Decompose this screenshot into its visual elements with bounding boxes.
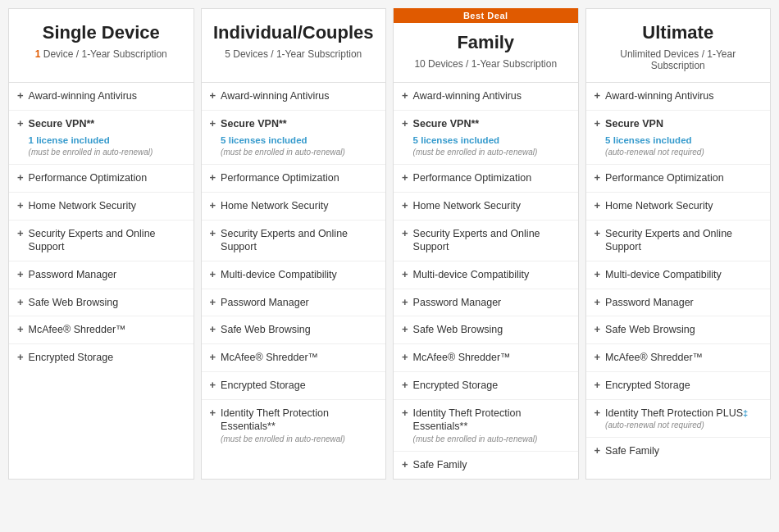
feature-list: + Award-winning Antivirus + Secure VPN**… [9,83,194,371]
feature-text: Encrypted Storage [221,379,377,392]
plus-icon: + [402,117,408,131]
plus-icon: + [402,296,408,310]
feature-text: Secure VPN 5 licenses included (auto-ren… [605,117,762,158]
feature-browsing: + Safe Web Browsing [9,289,194,317]
feature-network: + Home Network Security [586,193,771,221]
plan-subtitle: 10 Devices / 1-Year Subscription [403,58,568,70]
feature-text: Safe Web Browsing [413,323,570,336]
plus-icon: + [17,351,24,365]
feature-storage: + Encrypted Storage [202,372,386,400]
feature-list: + Award-winning Antivirus + Secure VPN**… [202,83,386,451]
feature-text: Encrypted Storage [605,379,762,392]
feature-text: McAfee® Shredder™ [605,351,762,364]
feature-text: Multi-device Compatibility [605,268,762,281]
feature-text: Secure VPN** 5 licenses included (must b… [221,117,377,158]
plus-icon: + [210,351,216,365]
plan-title: Single Device [19,22,184,43]
plan-card-family: Best Deal Family 10 Devices / 1-Year Sub… [393,8,579,480]
feature-shredder: + McAfee® Shredder™ [394,344,578,372]
plan-header: Ultimate Unlimited Devices / 1-Year Subs… [586,9,771,83]
feature-text: Identity Theft Protection Essentials** (… [413,407,570,444]
feature-storage: + Encrypted Storage [586,372,771,400]
feature-multidevice: + Multi-device Compatibility [202,261,386,289]
feature-text: Safe Web Browsing [605,323,762,336]
feature-list: + Award-winning Antivirus + Secure VPN 5… [586,83,771,465]
feature-browsing: + Safe Web Browsing [586,316,771,344]
plan-card-individual-couples: Individual/Couples 5 Devices / 1-Year Su… [201,8,387,480]
feature-text: Password Manager [605,296,762,309]
vpn-license: 5 licenses included (auto-renewal not re… [605,134,704,157]
feature-text: Secure VPN** 1 license included (must be… [29,117,185,158]
plus-icon: + [210,199,216,213]
feature-network: + Home Network Security [202,193,386,221]
feature-text: Award-winning Antivirus [413,89,570,102]
feature-perf: + Performance Optimization [586,165,771,193]
plus-icon: + [210,268,216,282]
plus-icon: + [594,171,601,185]
feature-text: McAfee® Shredder™ [413,351,570,364]
plus-icon: + [594,296,601,310]
plan-card-ultimate: Ultimate Unlimited Devices / 1-Year Subs… [585,8,772,480]
feature-shredder: + McAfee® Shredder™ [9,316,194,344]
feature-text: Multi-device Compatibility [413,268,570,281]
feature-vpn: + Secure VPN** 5 licenses included (must… [394,111,578,166]
feature-text: Multi-device Compatibility [221,268,377,281]
feature-perf: + Performance Optimization [9,165,194,193]
plus-icon: + [17,268,24,282]
plan-header: Individual/Couples 5 Devices / 1-Year Su… [202,9,386,83]
plus-icon: + [594,323,601,337]
feature-text: Security Experts and Online Support [605,227,762,254]
feature-text: Encrypted Storage [413,379,570,392]
feature-text: Security Experts and Online Support [221,227,377,254]
plan-title: Ultimate [596,22,761,43]
plus-icon: + [402,379,408,393]
plan-header: Best Deal Family 10 Devices / 1-Year Sub… [394,9,578,83]
feature-multidevice: + Multi-device Compatibility [586,261,771,289]
feature-text: Home Network Security [413,199,570,212]
feature-text: Performance Optimization [605,171,762,184]
plus-icon: + [17,117,24,131]
feature-identity: + Identity Theft Protection Essentials**… [394,400,578,452]
feature-browsing: + Safe Web Browsing [394,316,578,344]
feature-text: Encrypted Storage [29,351,185,364]
feature-multidevice: + Multi-device Compatibility [394,261,578,289]
feature-perf: + Performance Optimization [394,165,578,193]
plus-icon: + [17,89,24,103]
feature-identity: + Identity Theft Protection Essentials**… [202,400,386,451]
feature-experts: + Security Experts and Online Support [9,221,194,261]
plus-icon: + [594,117,601,131]
plus-icon: + [17,171,24,185]
plus-icon: + [402,407,408,421]
feature-text: Award-winning Antivirus [29,89,185,102]
feature-network: + Home Network Security [394,193,578,221]
best-deal-badge: Best Deal [394,8,578,23]
feature-text: Performance Optimization [413,171,570,184]
vpn-label: Secure VPN** [221,117,287,130]
feature-antivirus: + Award-winning Antivirus [202,83,386,111]
plus-icon: + [594,199,601,213]
plus-icon: + [210,407,216,421]
plus-icon: + [594,89,601,103]
feature-antivirus: + Award-winning Antivirus [586,83,771,111]
feature-text: Safe Family [413,458,570,471]
plus-icon: + [210,117,216,131]
plus-icon: + [17,323,24,337]
vpn-label: Secure VPN [605,117,663,130]
plus-icon: + [594,444,601,458]
feature-antivirus: + Award-winning Antivirus [394,83,578,111]
vpn-license: 5 licenses included (must be enrolled in… [221,134,345,157]
plus-icon: + [17,199,24,213]
plan-subtitle: 1 Device / 1-Year Subscription [19,48,184,60]
feature-text: Password Manager [413,296,570,309]
plan-title: Individual/Couples [212,22,376,43]
plus-icon: + [594,351,601,365]
feature-password: + Password Manager [9,261,194,289]
feature-browsing: + Safe Web Browsing [202,316,386,344]
plus-icon: + [594,407,601,421]
plus-icon: + [402,323,408,337]
feature-vpn: + Secure VPN** 1 license included (must … [9,111,194,166]
feature-text: Security Experts and Online Support [413,227,570,254]
feature-network: + Home Network Security [9,193,194,221]
vpn-license: 1 license included (must be enrolled in … [29,134,153,157]
plus-icon: + [402,458,408,472]
